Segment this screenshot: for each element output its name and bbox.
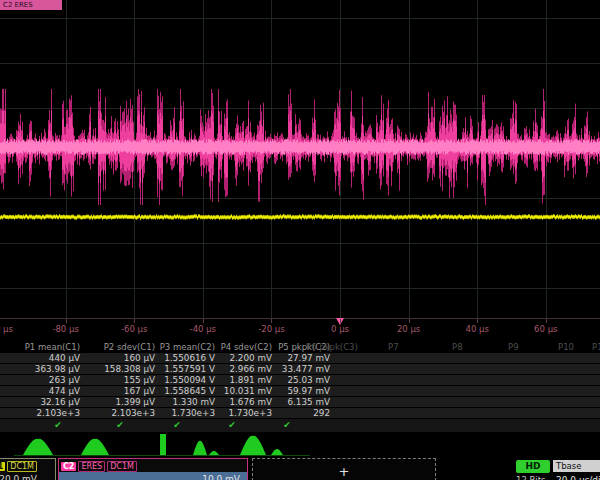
- hd-mode-badge[interactable]: HD: [516, 460, 550, 473]
- c1-coupling-badge: DC1M: [7, 461, 37, 472]
- axis-tick-label: -20 µs: [258, 324, 284, 334]
- measurement-row: 2.103e+32.103e+31.730e+31.730e+3292: [0, 408, 600, 418]
- axis-tick: [271, 319, 272, 323]
- timebase-value: 20.0 µs/div: [556, 475, 600, 480]
- measurement-value: 25.03 mV: [252, 375, 330, 385]
- axis-tick: [477, 319, 478, 323]
- descriptor-strip: C1 DC1M 20.0 mV C2 ERES DC1M 10.0 mV + H…: [0, 458, 600, 480]
- timebase-descriptor[interactable]: Tbase: [553, 460, 600, 472]
- parameter-header-unused[interactable]: P7: [388, 342, 399, 352]
- waveform-canvas: [0, 0, 600, 318]
- measurement-row: 363.98 µV158.308 µV1.557591 V2.966 mV33.…: [0, 364, 600, 374]
- parameter-header-unused[interactable]: P11: [592, 342, 600, 352]
- measurement-value: 474 µV: [2, 386, 80, 396]
- c2-volts-per-div: 10.0 mV: [59, 472, 247, 480]
- c1-label-badge: C1: [0, 462, 5, 471]
- measurement-value: 292: [252, 408, 330, 418]
- axis-tick: [134, 319, 135, 323]
- axis-tick: [409, 319, 410, 323]
- c2-label-badge: C2: [61, 462, 76, 471]
- measurement-row: 474 µV167 µV1.558645 V10.031 mV59.97 mV: [0, 386, 600, 396]
- measurement-value: 27.97 mV: [252, 353, 330, 363]
- waveform-display[interactable]: C2 ERES: [0, 0, 600, 318]
- axis-tick: [340, 319, 341, 323]
- status-check-icon: ✔: [228, 420, 236, 431]
- measurement-value: 363.98 µV: [2, 364, 80, 374]
- axis-tick-label: -80 µs: [52, 324, 78, 334]
- measurement-row: 263 µV155 µV1.550094 V1.891 mV25.03 mV: [0, 375, 600, 385]
- axis-tick-label: 20 µs: [397, 324, 420, 334]
- c2-trace-annotation-badge: C2 ERES: [0, 0, 62, 10]
- axis-tick-label: -60 µs: [121, 324, 147, 334]
- time-axis: -100 µs-80 µs-60 µs-40 µs-20 µs0 µs20 µs…: [0, 318, 600, 341]
- axis-tick-label: -100 µs: [0, 324, 13, 334]
- axis-tick: [203, 319, 204, 323]
- parameter-header-unused[interactable]: P10: [558, 342, 574, 352]
- axis-tick-label: -40 µs: [190, 324, 216, 334]
- measurement-value: 32.16 µV: [2, 397, 80, 407]
- measurement-value: 263 µV: [2, 375, 80, 385]
- add-trace-button[interactable]: +: [252, 458, 436, 480]
- c2-eres-badge: ERES: [78, 461, 105, 472]
- parameter-header-unused[interactable]: P6 pkpk(C3): [306, 342, 358, 352]
- parameter-header-unused[interactable]: P8: [452, 342, 463, 352]
- status-check-icon: ✔: [54, 420, 62, 431]
- parameter-header[interactable]: P1 mean(C1): [2, 342, 80, 352]
- parameter-histicons: [0, 433, 600, 457]
- c2-coupling-badge: DC1M: [107, 461, 137, 472]
- axis-tick: [66, 319, 67, 323]
- c1-volts-per-div: 20.0 mV: [0, 472, 55, 480]
- axis-tick-label: 40 µs: [466, 324, 489, 334]
- channel-c1-descriptor[interactable]: C1 DC1M 20.0 mV: [0, 458, 56, 480]
- status-check-icon: ✔: [173, 420, 181, 431]
- measurement-value: 33.477 mV: [252, 364, 330, 374]
- axis-tick: [546, 319, 547, 323]
- measurement-row: 440 µV160 µV1.550616 V2.200 mV27.97 mV: [0, 353, 600, 363]
- status-check-icon: ✔: [283, 420, 291, 431]
- axis-tick-label: 60 µs: [534, 324, 557, 334]
- measurement-table: P1 mean(C1)P2 sdev(C1)P3 mean(C2)P4 sdev…: [0, 341, 600, 433]
- measurement-value: 440 µV: [2, 353, 80, 363]
- measurement-value: 6.135 mV: [252, 397, 330, 407]
- measurement-status-row: ✔✔✔✔✔: [0, 419, 600, 432]
- channel-c2-descriptor[interactable]: C2 ERES DC1M 10.0 mV: [58, 458, 248, 480]
- measurement-row: 32.16 µV1.399 µV1.330 mV1.676 mV6.135 mV: [0, 397, 600, 407]
- measurement-value: 2.103e+3: [2, 408, 80, 418]
- oscilloscope-screen: C2 ERES -100 µs-80 µs-60 µs-40 µs-20 µs0…: [0, 0, 600, 480]
- axis-tick-label: 0 µs: [331, 324, 349, 334]
- parameter-header-unused[interactable]: P9: [508, 342, 519, 352]
- measurement-table-headers: P1 mean(C1)P2 sdev(C1)P3 mean(C2)P4 sdev…: [0, 341, 600, 353]
- status-check-icon: ✔: [116, 420, 124, 431]
- hd-bits-label: 12 Bits: [516, 475, 545, 480]
- measurement-value: 59.97 mV: [252, 386, 330, 396]
